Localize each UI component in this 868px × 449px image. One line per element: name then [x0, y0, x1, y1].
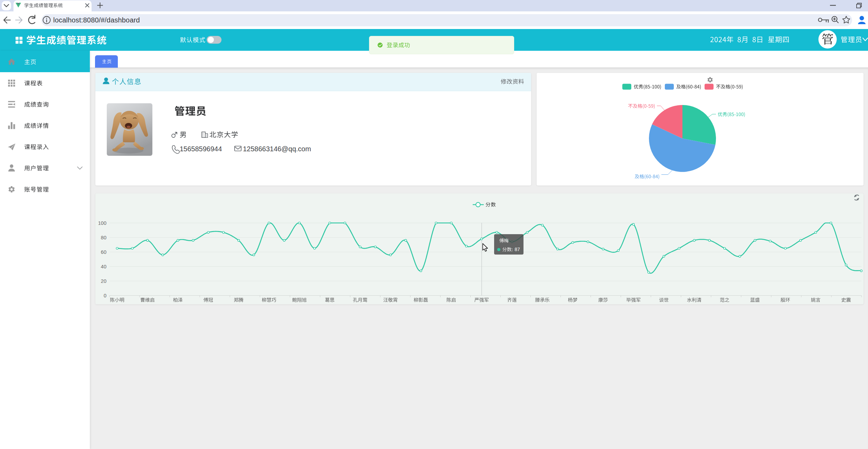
svg-text:1258663146@qq.com: 1258663146@qq.com: [243, 145, 311, 153]
svg-text:80: 80: [101, 235, 106, 240]
svg-text:60: 60: [101, 249, 106, 255]
svg-text:87: 87: [515, 247, 520, 252]
svg-text:100: 100: [98, 220, 106, 226]
svg-text:40: 40: [101, 264, 106, 269]
svg-text:20: 20: [101, 278, 106, 284]
svg-text:0: 0: [104, 293, 106, 298]
svg-text:15658596944: 15658596944: [180, 145, 222, 153]
